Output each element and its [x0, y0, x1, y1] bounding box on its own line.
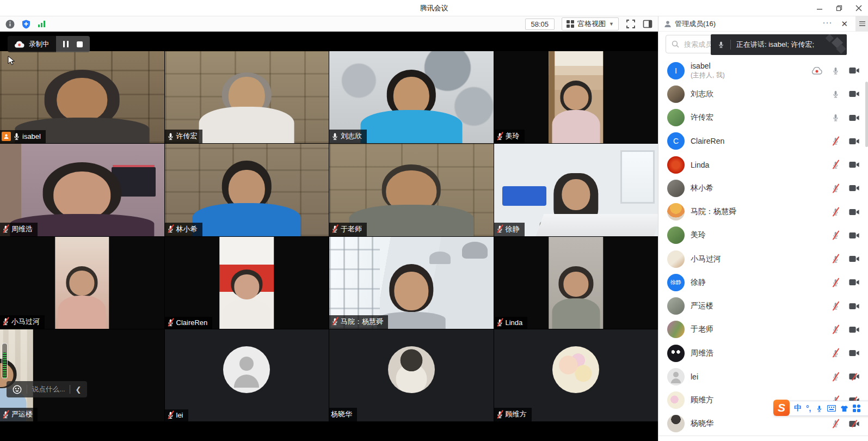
member-row[interactable]: 美玲: [658, 224, 865, 247]
ime-punctuation[interactable]: °,: [806, 404, 811, 413]
member-camera-icon[interactable]: [849, 326, 859, 333]
member-mic-icon[interactable]: [832, 113, 840, 122]
member-camera-icon[interactable]: [849, 185, 859, 192]
member-row[interactable]: 徐静 徐静: [658, 271, 865, 294]
shield-protect-icon[interactable]: [22, 20, 30, 29]
member-row[interactable]: lei: [658, 365, 865, 388]
member-row[interactable]: 小马过河: [658, 247, 865, 271]
scrollbar-thumb[interactable]: [865, 82, 868, 147]
video-tile[interactable]: 刘志欣: [329, 51, 494, 143]
layout-panel-button[interactable]: [643, 19, 652, 29]
video-tile[interactable]: 小马过河: [0, 237, 164, 329]
restore-button[interactable]: [835, 4, 843, 12]
ime-toolbar[interactable]: S 中 °,: [774, 401, 868, 416]
member-camera-icon[interactable]: [849, 350, 859, 357]
pause-recording-button[interactable]: [63, 41, 69, 47]
member-mic-icon[interactable]: [832, 349, 840, 358]
video-tile[interactable]: isabel: [0, 51, 164, 143]
member-row[interactable]: 于老师: [658, 318, 865, 341]
emoji-icon[interactable]: [13, 385, 22, 394]
member-row[interactable]: 周维浩: [658, 341, 865, 365]
meeting-info-icon[interactable]: [5, 20, 15, 29]
ime-skin-icon[interactable]: [840, 405, 848, 412]
member-avatar: [667, 368, 685, 385]
video-tile[interactable]: 杨晓华: [329, 329, 494, 421]
member-mic-icon[interactable]: [832, 325, 840, 334]
member-camera-icon[interactable]: [849, 303, 859, 310]
member-camera-icon[interactable]: [849, 67, 859, 74]
member-mic-icon[interactable]: [832, 207, 840, 216]
member-mic-icon[interactable]: [832, 255, 840, 264]
video-tile[interactable]: 严运楼: [0, 329, 164, 421]
member-row[interactable]: 刘志欣: [658, 82, 865, 106]
member-mic-icon[interactable]: [832, 184, 840, 193]
member-camera-icon[interactable]: [849, 279, 859, 286]
member-mic-icon[interactable]: [832, 231, 840, 240]
member-row[interactable]: Linda: [658, 153, 865, 176]
member-camera-icon[interactable]: [849, 114, 859, 121]
participant-name: isabel: [22, 132, 41, 140]
video-tile[interactable]: 徐静: [494, 144, 658, 236]
stop-recording-button[interactable]: [77, 41, 83, 47]
member-mic-icon[interactable]: [832, 90, 840, 99]
video-tile[interactable]: 于老师: [329, 144, 494, 236]
member-camera-icon[interactable]: [849, 90, 859, 97]
fullscreen-button[interactable]: [626, 19, 636, 29]
network-signal-icon[interactable]: [38, 20, 46, 28]
ime-voice-icon[interactable]: [816, 405, 823, 413]
more-options-button[interactable]: ···: [822, 18, 832, 29]
member-mic-icon[interactable]: [832, 302, 840, 310]
video-tile[interactable]: 周维浩: [0, 144, 164, 236]
member-camera-icon[interactable]: [849, 232, 859, 239]
member-row[interactable]: 林小希: [658, 176, 865, 200]
member-mic-icon[interactable]: [832, 419, 840, 428]
close-panel-button[interactable]: ✕: [841, 20, 848, 28]
member-row[interactable]: 许传宏: [658, 106, 865, 130]
member-camera-icon[interactable]: [849, 138, 859, 145]
collapse-chat-icon[interactable]: ❮: [75, 386, 81, 393]
view-mode-selector[interactable]: 宫格视图 ▼: [562, 17, 619, 30]
member-camera-icon[interactable]: [849, 420, 859, 427]
member-row[interactable]: C ClaireRen: [658, 130, 865, 153]
video-tile[interactable]: 顾维方: [494, 329, 658, 421]
member-mic-icon[interactable]: [832, 66, 840, 75]
video-tile[interactable]: 林小希: [165, 144, 329, 236]
video-tile[interactable]: ClaireRen: [165, 237, 329, 329]
participant-name: 顾维方: [506, 409, 527, 419]
ime-mode-chinese[interactable]: 中: [794, 403, 802, 413]
ime-keyboard-icon[interactable]: [827, 405, 836, 412]
close-button[interactable]: [855, 4, 863, 12]
video-tile[interactable]: Linda: [494, 237, 658, 329]
participant-name: 许传宏: [176, 131, 198, 141]
video-tile[interactable]: 许传宏: [165, 51, 329, 143]
panel-handle-icon[interactable]: [855, 16, 868, 32]
member-mic-icon[interactable]: [832, 372, 840, 381]
minimize-button[interactable]: [816, 4, 823, 12]
video-tile[interactable]: lei: [165, 329, 329, 421]
chat-input-placeholder[interactable]: 说点什么...: [32, 385, 65, 394]
logo-watermark-icon: [832, 37, 843, 48]
sogou-logo-icon[interactable]: S: [773, 400, 790, 416]
member-camera-icon[interactable]: [849, 209, 859, 216]
member-row[interactable]: 马院：杨慧舜: [658, 200, 865, 224]
video-feed: [0, 51, 164, 143]
ime-toolbox-icon[interactable]: [853, 405, 860, 412]
member-mic-icon[interactable]: [832, 278, 840, 287]
member-camera-icon[interactable]: [849, 255, 859, 262]
participant-name-label: 杨晓华: [329, 408, 357, 421]
video-tile[interactable]: 美玲: [494, 51, 658, 143]
member-mic-icon[interactable]: [832, 137, 840, 145]
participant-name-label: 徐静: [494, 223, 525, 236]
member-row[interactable]: I isabel (主持人, 我): [658, 59, 865, 82]
member-panel-header: 管理成员(16) ··· ✕: [658, 16, 868, 32]
member-mic-icon[interactable]: [832, 161, 840, 169]
member-camera-icon[interactable]: [849, 373, 859, 380]
recording-indicator: 录制中: [8, 36, 90, 52]
member-row[interactable]: 严运楼: [658, 295, 865, 318]
chat-input-bubble[interactable]: 说点什么... ❮: [7, 381, 87, 397]
member-camera-icon[interactable]: [849, 161, 859, 168]
participant-name-label: ClaireRen: [165, 317, 213, 329]
video-tile[interactable]: 马院：杨慧舜: [329, 237, 494, 329]
participant-name: Linda: [506, 318, 523, 327]
participant-name: 马院：杨慧舜: [341, 317, 383, 327]
